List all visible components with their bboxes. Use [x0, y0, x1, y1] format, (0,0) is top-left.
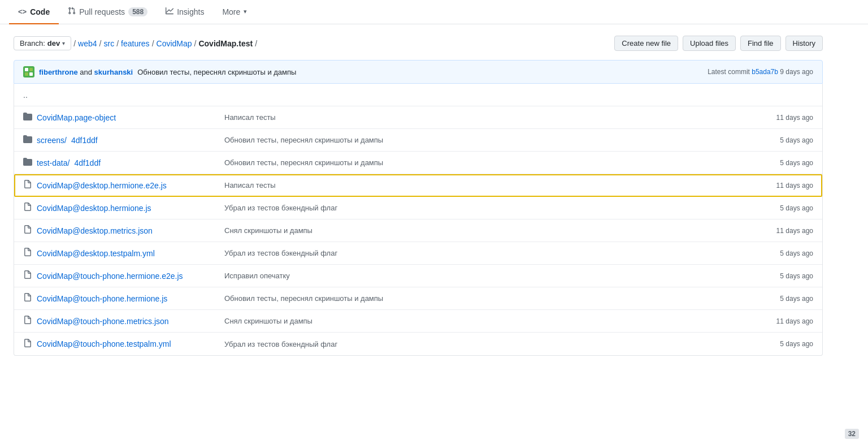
find-file-button[interactable]: Find file [740, 36, 781, 51]
file-icon [23, 339, 32, 350]
upload-files-button[interactable]: Upload files [683, 36, 736, 51]
main-content: Branch: dev ▾ / web4 / src / features / … [0, 24, 836, 367]
file-link[interactable]: CovidMap@touch-phone.testpalm.yml [37, 339, 171, 348]
file-icon [23, 203, 32, 213]
tab-insights[interactable]: Insights [157, 0, 213, 24]
file-table: .. CovidMap.page-object Написал тесты 11… [14, 84, 823, 356]
file-link[interactable]: CovidMap@desktop.hermione.js [37, 204, 151, 213]
tab-code-label: Code [30, 7, 50, 16]
folder-icon [23, 135, 32, 145]
file-link[interactable]: CovidMap@touch-phone.metrics.json [37, 317, 169, 326]
table-row: CovidMap@desktop.hermione.js Убрал из те… [14, 197, 822, 219]
file-date-col: 5 days ago [745, 204, 813, 212]
pull-request-icon [68, 7, 76, 16]
file-link[interactable]: CovidMap@desktop.hermione.e2e.js [37, 181, 167, 190]
avatar [23, 66, 34, 77]
file-link[interactable]: test-data/ [37, 158, 70, 167]
svg-rect-0 [25, 68, 28, 71]
file-commit-col: Исправил опечатку [215, 272, 745, 280]
file-link-hash[interactable]: 4df1ddf [74, 158, 101, 167]
file-date-col: 11 days ago [745, 317, 813, 325]
breadcrumb-link-features[interactable]: features [121, 39, 150, 48]
branch-label: Branch: [20, 39, 45, 48]
chevron-down-icon: ▾ [62, 40, 65, 46]
tab-pull-requests-label: Pull requests [79, 7, 125, 16]
file-icon [23, 180, 32, 191]
file-link[interactable]: CovidMap@touch-phone.hermione.e2e.js [37, 272, 183, 281]
commit-hash[interactable]: b5ada7b [752, 68, 778, 76]
tab-pull-requests[interactable]: Pull requests 588 [59, 0, 157, 24]
breadcrumb-sep-1: / [99, 39, 102, 48]
table-row: test-data/4df1ddf Обновил тесты, пересня… [14, 152, 822, 174]
breadcrumb: Branch: dev ▾ / web4 / src / features / … [14, 36, 257, 50]
file-link[interactable]: CovidMap.page-object [37, 113, 116, 122]
insights-icon [166, 7, 173, 16]
file-commit-col: Обновил тесты, переснял скриншоты и дамп… [215, 294, 745, 303]
tab-more[interactable]: More ▾ [213, 1, 256, 24]
table-row: CovidMap@touch-phone.metrics.json Снял с… [14, 310, 822, 333]
file-icon [23, 225, 32, 236]
file-date-col: 11 days ago [745, 182, 813, 189]
breadcrumb-row: Branch: dev ▾ / web4 / src / features / … [14, 36, 823, 51]
file-name-col: CovidMap.page-object [23, 112, 215, 123]
file-name-col: CovidMap@touch-phone.hermione.e2e.js [23, 270, 215, 281]
branch-name: dev [47, 39, 60, 48]
file-icon [23, 270, 32, 281]
folder-icon [23, 112, 32, 123]
file-name-col: CovidMap@touch-phone.testpalm.yml [23, 339, 215, 350]
file-commit-col: Убрал из тестов бэкендный флаг [215, 340, 745, 348]
table-row: CovidMap@desktop.testpalm.yml Убрал из т… [14, 242, 822, 265]
file-date-col: 11 days ago [745, 227, 813, 235]
file-link-hash[interactable]: 4df1ddf [71, 136, 98, 145]
commit-bar-right: Latest commit b5ada7b 9 days ago [708, 68, 813, 76]
actions-bar: Create new file Upload files Find file H… [614, 36, 823, 51]
table-row: CovidMap@touch-phone.hermione.e2e.js Исп… [14, 265, 822, 287]
commit-bar: fiberthrone and skurhanski Обновил тесты… [14, 60, 823, 84]
breadcrumb-link-web4[interactable]: web4 [78, 39, 97, 48]
file-name-col: test-data/4df1ddf [23, 157, 215, 168]
breadcrumb-sep-2: / [116, 39, 119, 48]
branch-selector[interactable]: Branch: dev ▾ [14, 36, 71, 50]
table-row: screens/4df1ddf Обновил тесты, переснял … [14, 129, 822, 152]
breadcrumb-link-src[interactable]: src [103, 39, 114, 48]
breadcrumb-sep-3: / [152, 39, 154, 48]
file-name-col: CovidMap@touch-phone.hermione.js [23, 293, 215, 304]
file-icon [23, 316, 32, 326]
table-row: CovidMap@desktop.metrics.json Снял скрин… [14, 219, 822, 242]
file-icon [23, 293, 32, 304]
file-commit-col: Убрал из тестов бэкендный флаг [215, 204, 745, 212]
table-row: CovidMap@touch-phone.hermione.js Обновил… [14, 287, 822, 310]
latest-commit-label: Latest commit [708, 68, 752, 76]
table-row: CovidMap.page-object Написал тесты 11 da… [14, 106, 822, 129]
file-name-col: screens/4df1ddf [23, 135, 215, 145]
tab-code[interactable]: <> Code [9, 1, 59, 24]
file-commit-col: Обновил тесты, переснял скриншоты и дамп… [215, 158, 745, 167]
parent-dir-dots: .. [23, 91, 28, 100]
file-name-col: CovidMap@desktop.metrics.json [23, 225, 215, 236]
file-icon [23, 248, 32, 259]
pull-requests-badge: 588 [128, 7, 147, 16]
svg-rect-2 [25, 72, 28, 76]
breadcrumb-sep-4: / [194, 39, 197, 48]
commit-and-text: and [80, 68, 94, 76]
create-new-file-button[interactable]: Create new file [614, 36, 678, 51]
file-commit-col: Снял скриншоты и дампы [215, 226, 745, 235]
commit-message: Обновил тесты, переснял скриншоты и дамп… [137, 68, 296, 76]
file-date-col: 5 days ago [745, 272, 813, 280]
author-skurhanski[interactable]: skurhanski [94, 68, 133, 76]
commit-authors: fiberthrone and skurhanski [39, 68, 133, 76]
file-link[interactable]: CovidMap@touch-phone.hermione.js [37, 294, 167, 303]
author-fiberthrone[interactable]: fiberthrone [39, 68, 78, 76]
file-link[interactable]: screens/ [37, 136, 67, 145]
history-button[interactable]: History [785, 36, 823, 51]
file-date-col: 5 days ago [745, 249, 813, 257]
file-link[interactable]: CovidMap@desktop.testpalm.yml [37, 249, 155, 258]
file-link[interactable]: CovidMap@desktop.metrics.json [37, 226, 153, 235]
commit-bar-left: fiberthrone and skurhanski Обновил тесты… [23, 66, 296, 77]
file-commit-col: Снял скриншоты и дампы [215, 317, 745, 325]
file-name-col: CovidMap@desktop.hermione.e2e.js [23, 180, 215, 191]
breadcrumb-link-covidmap[interactable]: CovidMap [157, 39, 192, 48]
file-date-col: 5 days ago [745, 340, 813, 348]
file-date-col: 5 days ago [745, 159, 813, 167]
tab-insights-label: Insights [177, 7, 204, 16]
